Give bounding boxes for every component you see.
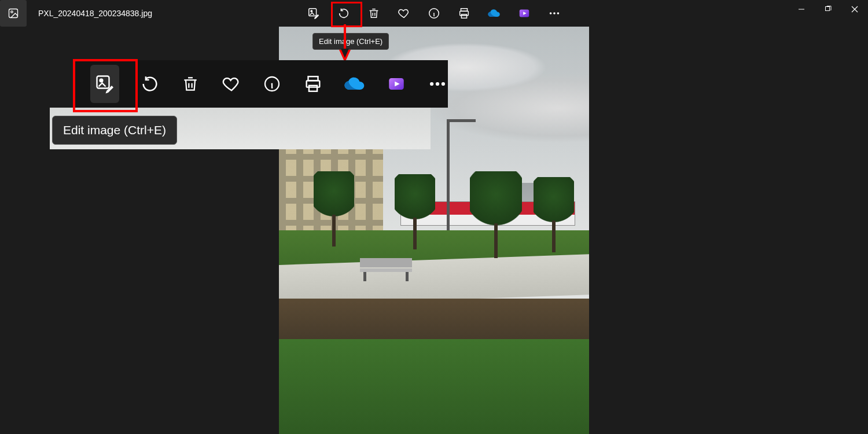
tooltip-edit-top: Edit image (Ctrl+E) (312, 33, 389, 50)
enlarged-toolbar (73, 60, 448, 108)
delete-button[interactable] (365, 5, 382, 22)
photo-tree (470, 171, 522, 258)
close-button[interactable] (841, 0, 868, 19)
info-button[interactable] (425, 5, 443, 22)
edit-button-large[interactable] (90, 65, 119, 103)
file-title: PXL_20240418_200234838.jpg (38, 9, 152, 18)
delete-button-large[interactable] (180, 70, 201, 98)
info-button-large[interactable] (262, 70, 283, 98)
svg-point-1 (11, 11, 13, 13)
svg-point-11 (557, 12, 560, 14)
svg-point-10 (553, 12, 556, 14)
print-button-large[interactable] (302, 70, 323, 98)
window-controls (788, 0, 868, 19)
svg-point-9 (550, 12, 552, 14)
print-button[interactable] (455, 5, 473, 22)
clipchamp-button-large[interactable] (386, 70, 407, 98)
svg-point-22 (441, 82, 444, 86)
svg-rect-18 (309, 86, 317, 91)
onedrive-button[interactable] (486, 5, 503, 22)
svg-point-21 (436, 82, 439, 86)
edit-button[interactable] (305, 5, 322, 22)
favorite-button[interactable] (395, 5, 413, 22)
maximize-button[interactable] (815, 0, 841, 19)
svg-rect-0 (9, 9, 18, 18)
rotate-button-large[interactable] (139, 70, 160, 98)
photo-tree (395, 174, 435, 249)
photo-tree (314, 171, 354, 247)
main-toolbar (305, 0, 563, 27)
svg-point-3 (311, 10, 312, 12)
more-button-large[interactable] (426, 70, 448, 98)
tooltip-edit-large: Edit image (Ctrl+E) (52, 116, 177, 145)
photo-lawn (279, 339, 589, 434)
svg-rect-7 (461, 14, 466, 18)
svg-rect-12 (826, 7, 830, 11)
onedrive-button-large[interactable] (343, 70, 366, 98)
more-button[interactable] (546, 5, 563, 22)
gallery-icon[interactable] (0, 0, 27, 27)
rotate-button[interactable] (335, 5, 352, 22)
photo-tree (534, 177, 574, 252)
svg-point-14 (100, 79, 103, 82)
photo-mulch (279, 299, 589, 345)
photo-bench (360, 258, 412, 281)
minimize-button[interactable] (788, 0, 815, 19)
svg-point-20 (430, 82, 433, 86)
favorite-button-large[interactable] (220, 70, 242, 98)
clipchamp-button[interactable] (516, 5, 533, 22)
